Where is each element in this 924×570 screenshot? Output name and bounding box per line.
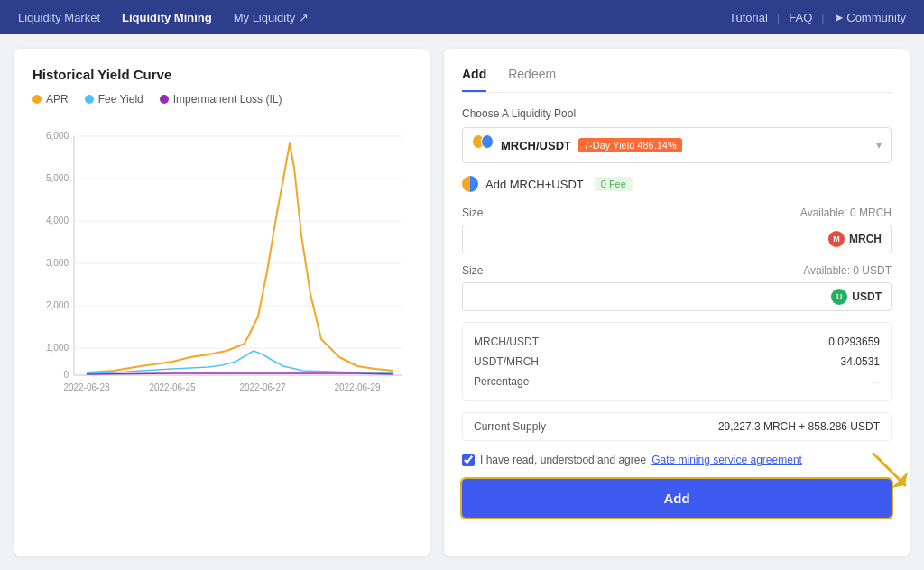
pool-section-label: Choose A Liquidity Pool	[462, 107, 892, 120]
usdt-icon: U	[831, 289, 847, 305]
mrch-icon: M	[828, 231, 845, 247]
svg-text:0: 0	[63, 370, 69, 380]
token1-label: MRCH	[849, 233, 882, 245]
community-link[interactable]: ➤ Community	[834, 11, 906, 24]
supply-label: Current Supply	[474, 420, 546, 433]
chart-title: Historical Yield Curve	[32, 67, 411, 82]
coin-blue	[481, 134, 494, 149]
apr-label: APR	[46, 93, 69, 106]
size-row-1: Size Available: 0 MRCH M MRCH	[462, 207, 892, 253]
rate-label-3: Percentage	[474, 375, 529, 388]
arrow-svg	[864, 445, 919, 499]
rate-label-1: MRCH/USDT	[474, 336, 539, 348]
svg-text:6,000: 6,000	[46, 131, 69, 141]
tabs-container: Add Redeem	[462, 67, 892, 93]
size1-label: Size	[462, 207, 483, 219]
apr-dot	[32, 95, 42, 104]
supply-value: 29,227.3 MRCH + 858.286 USDT	[718, 420, 880, 433]
yield-badge: 7-Day Yield 486.14%	[578, 138, 682, 152]
size-header-1: Size Available: 0 MRCH	[462, 207, 892, 219]
legend-il: Impermanent Loss (IL)	[160, 93, 282, 106]
add-button[interactable]: Add	[462, 479, 892, 518]
rate-row-1: MRCH/USDT 0.0293659	[474, 332, 880, 352]
token2-label: USDT	[852, 290, 882, 303]
nav-right: Tutorial | FAQ | ➤ Community	[729, 11, 906, 24]
token-icon	[462, 176, 478, 192]
faq-link[interactable]: FAQ	[789, 11, 812, 24]
pool-dropdown-arrow: ▾	[876, 139, 882, 152]
available2: Available: 0 USDT	[803, 264, 892, 277]
size2-input[interactable]	[472, 290, 831, 304]
rate-row-2: USDT/MRCH 34.0531	[474, 352, 880, 372]
token1-badge: M MRCH	[828, 231, 882, 247]
add-token-label: Add MRCH+USDT	[485, 178, 584, 191]
svg-text:2022-06-27: 2022-06-27	[239, 382, 286, 392]
rate-label-2: USDT/MRCH	[474, 355, 539, 368]
nav-divider2: |	[821, 11, 824, 24]
rate-value-2: 34.0531	[841, 355, 880, 368]
navigation: Liquidity Market Liquidity Mining My Liq…	[0, 0, 924, 34]
agree-checkbox[interactable]	[462, 454, 475, 466]
nav-item-my-liquidity[interactable]: My Liquidity ↗	[234, 11, 309, 24]
nav-left: Liquidity Market Liquidity Mining My Liq…	[18, 11, 309, 24]
add-token-row: Add MRCH+USDT 0 Fee	[462, 176, 892, 192]
size-row-2: Size Available: 0 USDT U USDT	[462, 264, 892, 311]
nav-item-liquidity-market[interactable]: Liquidity Market	[18, 11, 100, 24]
svg-text:3,000: 3,000	[46, 258, 69, 268]
pool-select-dropdown[interactable]: MRCH/USDT 7-Day Yield 486.14% ▾	[462, 127, 892, 163]
nav-divider: |	[777, 11, 780, 24]
chart-area: 6,000 5,000 4,000 3,000 2,000 1,000 0 20…	[32, 118, 411, 425]
rate-value-1: 0.0293659	[828, 336, 880, 348]
token2-badge: U USDT	[831, 289, 882, 305]
available1: Available: 0 MRCH	[800, 207, 892, 219]
rate-value-3: --	[873, 375, 880, 388]
chart-legend: APR Fee Yield Impermanent Loss (IL)	[32, 93, 411, 106]
main-content: Historical Yield Curve APR Fee Yield Imp…	[0, 34, 924, 570]
chart-svg: 6,000 5,000 4,000 3,000 2,000 1,000 0 20…	[32, 118, 411, 425]
legend-fee-yield: Fee Yield	[85, 93, 143, 106]
fee-yield-dot	[85, 95, 94, 104]
fee-badge: 0 Fee	[595, 177, 633, 191]
right-panel: Add Redeem Choose A Liquidity Pool MRCH/…	[444, 49, 910, 556]
size1-input[interactable]	[472, 233, 828, 246]
size2-input-wrap: U USDT	[462, 282, 892, 311]
size2-label: Size	[462, 264, 483, 277]
agreement-row: I have read, understood and agree Gate m…	[462, 454, 892, 466]
il-dot	[160, 95, 169, 104]
legend-apr: APR	[32, 93, 69, 106]
size1-input-wrap: M MRCH	[462, 225, 892, 253]
size-header-2: Size Available: 0 USDT	[462, 264, 892, 277]
svg-text:5,000: 5,000	[46, 173, 69, 183]
svg-text:4,000: 4,000	[46, 216, 69, 225]
tab-redeem[interactable]: Redeem	[508, 67, 556, 92]
il-label: Impermanent Loss (IL)	[173, 93, 282, 106]
svg-text:2022-06-29: 2022-06-29	[334, 382, 381, 392]
pool-name: MRCH/USDT	[501, 139, 571, 152]
supply-row: Current Supply 29,227.3 MRCH + 858.286 U…	[462, 412, 892, 441]
arrow-decoration	[864, 445, 919, 501]
agree-link[interactable]: Gate mining service agreement	[651, 454, 802, 466]
pool-icon	[472, 134, 494, 156]
svg-text:2,000: 2,000	[46, 300, 69, 310]
tutorial-link[interactable]: Tutorial	[729, 11, 768, 24]
fee-yield-label: Fee Yield	[98, 93, 143, 106]
svg-text:2022-06-25: 2022-06-25	[149, 382, 196, 392]
svg-text:2022-06-23: 2022-06-23	[63, 382, 110, 392]
rate-table: MRCH/USDT 0.0293659 USDT/MRCH 34.0531 Pe…	[462, 322, 892, 401]
rate-row-3: Percentage --	[474, 372, 880, 391]
svg-text:1,000: 1,000	[46, 343, 69, 353]
tab-add[interactable]: Add	[462, 67, 486, 92]
agree-text: I have read, understood and agree	[480, 454, 646, 466]
left-panel: Historical Yield Curve APR Fee Yield Imp…	[14, 49, 430, 556]
nav-item-liquidity-mining[interactable]: Liquidity Mining	[122, 11, 212, 24]
